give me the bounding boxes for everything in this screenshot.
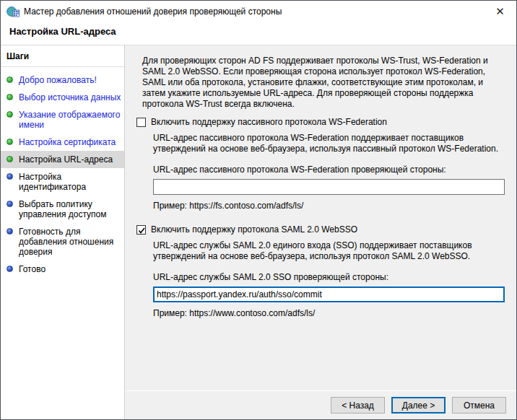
wizard-window: Мастер добавления отношений доверия пров… [0,0,517,420]
sidebar-item-ready-to-add[interactable]: Готовность для добавления отношения дове… [1,223,124,261]
step-todo-bullet-icon [6,173,13,180]
wsfed-url-input[interactable] [153,179,505,195]
step-label: Настройка URL-адреса [19,154,113,165]
step-label: Добро пожаловать! [19,75,97,85]
steps-list: Добро пожаловать! Выбор источника данных… [1,67,124,278]
content-area: Для проверяющих сторон AD FS поддерживае… [125,45,516,390]
wsfed-checkbox-label[interactable]: Включить поддержку пассивного протокола … [151,117,387,127]
sidebar-item-url-current[interactable]: Настройка URL-адреса [1,151,124,168]
wsfed-section: Включить поддержку пассивного протокола … [136,117,505,211]
step-done-bullet-icon [6,139,13,145]
sidebar-item-access-policy[interactable]: Выбрать политику управления доступом [1,196,124,223]
page-title: Настройка URL-адреса [9,26,506,37]
saml-url-label: URL-адрес службы SAML 2.0 SSO проверяюще… [153,272,505,282]
sidebar-item-certificate[interactable]: Настройка сертификата [1,134,124,151]
saml-checkbox[interactable] [136,225,146,235]
step-label: Готово [19,264,45,274]
title-bar: Мастер добавления отношений доверия пров… [1,1,516,22]
sidebar-item-welcome[interactable]: Добро пожаловать! [1,71,124,89]
step-todo-bullet-icon [6,266,13,272]
sidebar-item-data-source[interactable]: Выбор источника данных [1,89,124,106]
close-icon[interactable]: ✕ [484,1,516,22]
wsfed-example-text: Пример: https://fs.contoso.com/adfs/ls/ [153,201,505,211]
page-header: Настройка URL-адреса [1,22,516,45]
steps-sidebar: Шаги Добро пожаловать! Выбор источника д… [1,45,125,419]
wsfed-description: URL-адрес пассивного протокола WS-Federa… [153,133,505,154]
step-todo-bullet-icon [6,228,13,235]
step-done-bullet-icon [6,111,13,118]
footer-bar: < Назад Далее > Отмена [125,390,516,419]
step-label: Настройка сертификата [19,137,116,147]
saml-description: URL-адрес службы SAML 2.0 единого входа … [153,240,505,262]
steps-heading: Шаги [1,45,124,67]
cancel-button[interactable]: Отмена [452,397,506,414]
step-label: Выбрать политику управления доступом [19,199,121,219]
saml-checkbox-label[interactable]: Включить поддержку протокола SAML 2.0 We… [151,224,357,235]
step-label: Настройка идентификатора [19,172,121,192]
intro-text: Для проверяющих сторон AD FS поддерживае… [142,56,505,110]
wizard-icon [6,6,19,17]
sidebar-item-display-name[interactable]: Указание отображаемого имени [1,106,124,134]
back-button[interactable]: < Назад [331,397,385,414]
step-label: Выбор источника данных [19,92,121,102]
saml-url-input[interactable] [153,286,505,302]
step-done-bullet-icon [6,76,13,83]
step-label: Указание отображаемого имени [19,110,121,130]
sidebar-item-finish[interactable]: Готово [1,261,124,278]
step-done-bullet-icon [6,156,13,162]
saml-example-text: Пример: https://www.contoso.com/adfs/ls/ [153,308,505,318]
wsfed-url-label: URL-адрес пассивного протокола WS-Federa… [153,165,505,175]
saml-section: Включить поддержку протокола SAML 2.0 We… [136,224,505,318]
step-done-bullet-icon [6,94,13,100]
sidebar-item-identifier[interactable]: Настройка идентификатора [1,168,124,196]
wsfed-checkbox[interactable] [136,118,146,127]
window-title: Мастер добавления отношений доверия пров… [24,6,484,17]
step-todo-bullet-icon [6,201,13,207]
next-button[interactable]: Далее > [391,397,446,414]
step-label: Готовность для добавления отношения дове… [19,227,121,257]
